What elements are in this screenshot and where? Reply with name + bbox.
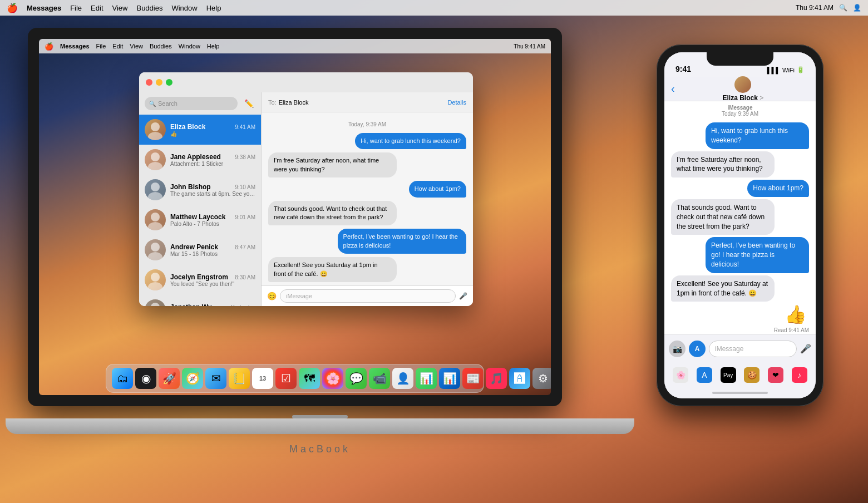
- search-icon[interactable]: 🔍: [839, 4, 847, 12]
- conversation-item-jonathan[interactable]: Jonathan Wu Yesterday See you at the fin…: [139, 295, 261, 306]
- msg-3: How about 1pm?: [409, 181, 466, 197]
- dock-calendar[interactable]: 13: [252, 368, 273, 389]
- maximize-button[interactable]: [166, 79, 172, 86]
- dock-news[interactable]: 📰: [462, 368, 484, 389]
- conversations-sidebar: 🔍 Search ✏️: [139, 92, 262, 306]
- window-body: 🔍 Search ✏️: [139, 92, 473, 306]
- dock-messages[interactable]: 💬: [346, 368, 367, 389]
- laptop-menu-window: Window: [179, 43, 200, 50]
- messages-window: 🔍 Search ✏️: [139, 72, 473, 306]
- emoji-button[interactable]: 😊: [267, 292, 277, 300]
- iphone-app-cookie[interactable]: 🍪: [744, 367, 760, 383]
- iphone-messages-list: Hi, want to grab lunch this weekend? I'm…: [664, 118, 816, 334]
- search-box[interactable]: 🔍 Search: [145, 97, 238, 110]
- laptop-notch: [292, 415, 348, 418]
- dock-reminders[interactable]: ☑: [275, 368, 297, 389]
- iphone-input-field[interactable]: iMessage: [709, 341, 797, 357]
- dock-contacts[interactable]: 👤: [392, 368, 413, 389]
- iphone-app-hearts[interactable]: ❤: [768, 367, 783, 383]
- svg-point-10: [151, 273, 160, 282]
- conversation-item-matthew[interactable]: Matthew Laycock 9:01 AM Palo Alto - 7 Ph…: [139, 205, 261, 235]
- conv-name-jocelyn: Jocelyn Engstrom: [170, 273, 228, 281]
- laptop-menubar: 🍎 Messages File Edit View Buddies Window…: [39, 39, 551, 53]
- laptop-menu-view: View: [130, 43, 143, 50]
- dock-siri[interactable]: ◉: [135, 368, 156, 389]
- conv-info-jane: Jane Appleseed 9:38 AM Attachment: 1 Sti…: [170, 153, 255, 167]
- conversation-item-john[interactable]: John Bishop 9:10 AM The game starts at 6…: [139, 175, 261, 205]
- iphone-msg-1: Hi, want to grab lunch this weekend?: [706, 122, 809, 149]
- menubar-app-name[interactable]: Messages: [27, 4, 61, 12]
- conv-preview-andrew: Mar 15 - 16 Photos: [170, 251, 255, 257]
- iphone-back-button[interactable]: ‹: [671, 82, 675, 95]
- dock-notes[interactable]: 📒: [229, 368, 250, 389]
- iphone-contact-avatar: [734, 76, 751, 93]
- dock-finder[interactable]: 🗂: [112, 368, 133, 389]
- dock-system-prefs[interactable]: ⚙: [532, 368, 551, 389]
- dock-facetime[interactable]: 📹: [369, 368, 390, 389]
- svg-point-3: [148, 162, 162, 170]
- dock-appstore[interactable]: 🅰: [509, 368, 530, 389]
- conv-preview-jocelyn: You loved "See you then!": [170, 281, 255, 287]
- avatar-jonathan: [145, 299, 166, 306]
- menubar-help[interactable]: Help: [206, 4, 221, 12]
- conv-info-jonathan: Jonathan Wu Yesterday See you at the fin…: [170, 303, 255, 307]
- dock-music[interactable]: 🎵: [486, 368, 507, 389]
- msg-2: I'm free Saturday after noon, what time …: [268, 152, 397, 177]
- iphone-app-photos[interactable]: 🌸: [673, 367, 688, 383]
- msg-5: Perfect, I've been wanting to go! I hear…: [338, 229, 466, 254]
- msg-4: That sounds good. Want to check out that…: [268, 201, 397, 226]
- conversation-item-jocelyn[interactable]: Jocelyn Engstrom 8:30 AM You loved "See …: [139, 265, 261, 295]
- conversation-item-jane[interactable]: Jane Appleseed 9:38 AM Attachment: 1 Sti…: [139, 145, 261, 175]
- imessage-input[interactable]: iMessage: [280, 289, 456, 303]
- iphone-thumbsup: 👍: [785, 304, 807, 325]
- sidebar-header: 🔍 Search ✏️: [139, 92, 261, 115]
- iphone-app-applepay[interactable]: Pay: [721, 367, 736, 383]
- conv-preview-john: The game starts at 6pm. See you then!: [170, 191, 255, 197]
- dock-launchpad[interactable]: 🚀: [159, 368, 180, 389]
- svg-point-6: [151, 213, 160, 221]
- close-button[interactable]: [146, 79, 152, 86]
- conversation-item-andrew[interactable]: Andrew Penick 8:47 AM Mar 15 - 16 Photos: [139, 235, 261, 265]
- conv-name-jane: Jane Appleseed: [170, 153, 221, 161]
- user-icon[interactable]: 👤: [853, 4, 861, 12]
- laptop-brand-label: MacBook: [289, 443, 351, 455]
- window-titlebar: [139, 72, 473, 92]
- dock-numbers[interactable]: 📊: [416, 368, 437, 389]
- iphone-appstore-button[interactable]: A: [689, 341, 706, 357]
- iphone-read-receipt: Read 9:41 AM: [671, 327, 809, 333]
- dock-photos[interactable]: 🌸: [322, 368, 343, 389]
- iphone-battery-icon: 🔋: [797, 66, 805, 73]
- menubar-file[interactable]: File: [70, 4, 82, 12]
- laptop-menu-buddies: Buddies: [150, 43, 172, 50]
- dock-mail[interactable]: ✉: [205, 368, 226, 389]
- iphone-nav: ‹ Eliza Block >: [664, 77, 816, 101]
- iphone-camera-button[interactable]: 📷: [669, 341, 685, 357]
- laptop-time: Thu 9:41 AM: [514, 43, 545, 50]
- iphone-app-music[interactable]: ♪: [792, 367, 807, 383]
- avatar-john: [145, 179, 166, 200]
- menubar-window[interactable]: Window: [171, 4, 197, 12]
- iphone-contact-name[interactable]: Eliza Block >: [722, 94, 763, 102]
- iphone-app-appstore[interactable]: A: [697, 367, 712, 383]
- menubar-edit[interactable]: Edit: [91, 4, 103, 12]
- dock-maps[interactable]: 🗺: [299, 368, 320, 389]
- minimize-button[interactable]: [156, 79, 162, 86]
- svg-point-5: [148, 192, 162, 200]
- chat-details-button[interactable]: Details: [447, 99, 466, 106]
- menubar-left: 🍎 Messages File Edit View Buddies Window…: [7, 3, 221, 13]
- dock-safari[interactable]: 🧭: [182, 368, 203, 389]
- search-placeholder: Search: [158, 100, 177, 107]
- compose-button[interactable]: ✏️: [242, 97, 255, 110]
- menubar-buddies[interactable]: Buddies: [136, 4, 162, 12]
- iphone-message-date: Today 9:39 AM: [664, 111, 816, 117]
- svg-point-9: [148, 252, 162, 260]
- iphone-msg-5: Perfect, I've been wanting to go! I hear…: [706, 237, 809, 273]
- apple-menu-icon[interactable]: 🍎: [7, 3, 18, 13]
- conv-preview-matthew: Palo Alto - 7 Photos: [170, 221, 255, 227]
- audio-button[interactable]: 🎤: [459, 292, 467, 300]
- iphone-mic-button[interactable]: 🎤: [800, 343, 811, 354]
- conversation-item-eliza[interactable]: Eliza Block 9:41 AM 👍: [139, 115, 261, 145]
- dock-keynote[interactable]: 📊: [439, 368, 460, 389]
- imessage-service-label: iMessage: [664, 105, 816, 111]
- menubar-view[interactable]: View: [112, 4, 128, 12]
